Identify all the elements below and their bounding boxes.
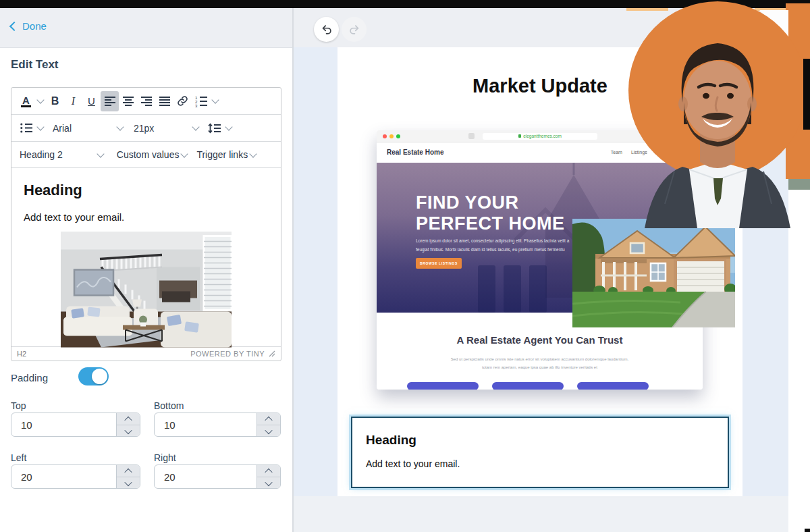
selected-text-block[interactable]: Heading Add text to your email. xyxy=(351,417,729,488)
padding-left-input[interactable] xyxy=(11,465,122,488)
line-height-icon xyxy=(208,123,221,134)
hero-paragraph-line2: feugiat finibus. Morbi iaculis diam id t… xyxy=(416,247,565,252)
align-center-button[interactable] xyxy=(119,91,137,111)
address-bar: elegantthemes.com xyxy=(483,133,597,140)
chevron-up-icon xyxy=(265,468,272,475)
padding-right-field xyxy=(154,464,281,489)
padding-top-field xyxy=(11,413,140,437)
toolbar-row-2: Arial 21px xyxy=(11,115,281,142)
section-paragraph-line2: totam rem aperiam, eaque ipsa quae ab il… xyxy=(377,365,703,369)
house-photo-image[interactable] xyxy=(572,219,735,327)
chevron-down-icon xyxy=(265,478,272,485)
chevron-down-icon[interactable] xyxy=(249,150,256,157)
undo-button[interactable] xyxy=(314,17,339,42)
email-builder-screen: Done Edit Text A B I U xyxy=(0,0,810,532)
step-down-button[interactable] xyxy=(257,425,280,436)
done-label: Done xyxy=(22,20,47,32)
editor-status-bar: H2 POWERED BY TINY xyxy=(11,346,281,361)
align-left-icon xyxy=(104,96,116,106)
padding-right-label: Right xyxy=(154,452,176,463)
chevron-down-icon[interactable] xyxy=(181,150,188,157)
nav-item: Team xyxy=(611,150,622,155)
step-down-button[interactable] xyxy=(257,477,280,488)
bold-icon: B xyxy=(51,95,59,107)
step-down-button[interactable] xyxy=(117,425,140,436)
toggle-knob xyxy=(92,369,107,384)
justify-button[interactable] xyxy=(155,91,173,111)
card-top-bar xyxy=(407,382,479,390)
section-paragraph-line1: Sed ut perspiciatis unde omnis iste natu… xyxy=(377,357,703,361)
chevron-down-icon xyxy=(124,426,132,433)
done-button[interactable]: Done xyxy=(11,20,47,32)
align-center-icon xyxy=(122,96,134,106)
bullet-list-button[interactable] xyxy=(17,118,35,138)
font-size-select[interactable]: 21px xyxy=(134,123,190,134)
bullet-list-icon xyxy=(20,122,33,134)
svg-text:3: 3 xyxy=(195,103,198,107)
padding-toggle[interactable] xyxy=(78,367,109,385)
link-button[interactable] xyxy=(173,91,192,111)
redo-icon xyxy=(348,24,360,36)
align-left-button[interactable] xyxy=(101,91,119,111)
chevron-down-icon[interactable] xyxy=(36,123,44,130)
italic-button[interactable]: I xyxy=(64,91,82,111)
element-path-label: H2 xyxy=(17,350,26,358)
underline-icon: U xyxy=(88,95,95,107)
chevron-down-icon[interactable] xyxy=(116,123,124,130)
chevron-down-icon[interactable] xyxy=(192,123,199,130)
browse-listings-button: BROWSE LISTINGS xyxy=(416,258,462,269)
editor-content[interactable]: Heading Add text to your email. xyxy=(11,168,281,346)
chevron-down-icon[interactable] xyxy=(36,96,44,103)
resize-handle-icon[interactable] xyxy=(269,350,275,357)
step-down-button[interactable] xyxy=(117,477,140,488)
canvas-footer-area xyxy=(294,496,788,532)
block-style-select[interactable]: Heading 2 xyxy=(20,149,63,160)
ordered-list-icon: 123 xyxy=(194,95,208,107)
bold-button[interactable]: B xyxy=(46,91,64,111)
font-family-select[interactable]: Arial xyxy=(53,123,115,134)
align-right-icon xyxy=(140,96,153,106)
presenter-webcam-overlay xyxy=(624,1,810,228)
hero-paragraph-line1: Lorem ipsum dolor sit amet, consectetur … xyxy=(416,238,569,243)
trigger-links-select[interactable]: Trigger links xyxy=(196,149,248,160)
padding-right-stepper xyxy=(256,465,280,488)
padding-bottom-input[interactable] xyxy=(155,413,263,436)
step-up-button[interactable] xyxy=(257,465,280,477)
decorative-black-tab xyxy=(803,59,810,130)
panel-divider xyxy=(292,8,294,532)
toolbar-row-3: Heading 2 Custom values Trigger links xyxy=(11,142,281,168)
block-body-text: Add text to your email. xyxy=(366,458,460,469)
corner-mark xyxy=(805,529,810,532)
padding-right-input[interactable] xyxy=(155,465,263,488)
line-height-button[interactable] xyxy=(205,118,223,138)
panel-header: Done xyxy=(0,8,292,48)
font-color-button[interactable]: A xyxy=(17,91,35,111)
hero-title-line2: PERFECT HOME xyxy=(416,213,565,234)
ordered-list-button[interactable]: 123 xyxy=(192,91,210,111)
underline-button[interactable]: U xyxy=(82,91,101,111)
padding-top-label: Top xyxy=(11,400,26,411)
card-top-bar xyxy=(577,382,649,390)
block-heading-text: Heading xyxy=(366,433,416,448)
step-up-button[interactable] xyxy=(257,413,280,425)
padding-top-stepper xyxy=(116,413,140,436)
chevron-down-icon[interactable] xyxy=(97,150,104,157)
browser-tab-icon xyxy=(468,133,475,139)
rich-text-editor: A B I U xyxy=(11,87,281,361)
living-room-image[interactable] xyxy=(61,232,232,348)
step-up-button[interactable] xyxy=(117,465,140,477)
chevron-down-icon xyxy=(265,426,272,433)
custom-values-select[interactable]: Custom values xyxy=(117,149,180,160)
step-up-button[interactable] xyxy=(117,413,140,425)
url-text: elegantthemes.com xyxy=(523,134,562,138)
padding-top-input[interactable] xyxy=(11,413,122,436)
chevron-down-icon xyxy=(124,478,132,485)
align-right-button[interactable] xyxy=(137,91,155,111)
padlock-icon xyxy=(518,134,521,138)
chevron-down-icon[interactable] xyxy=(225,123,232,130)
redo-button[interactable] xyxy=(342,17,367,42)
italic-icon: I xyxy=(72,95,75,107)
card-top-bar xyxy=(492,382,564,390)
panel-title: Edit Text xyxy=(11,58,59,72)
chevron-down-icon[interactable] xyxy=(211,96,219,103)
